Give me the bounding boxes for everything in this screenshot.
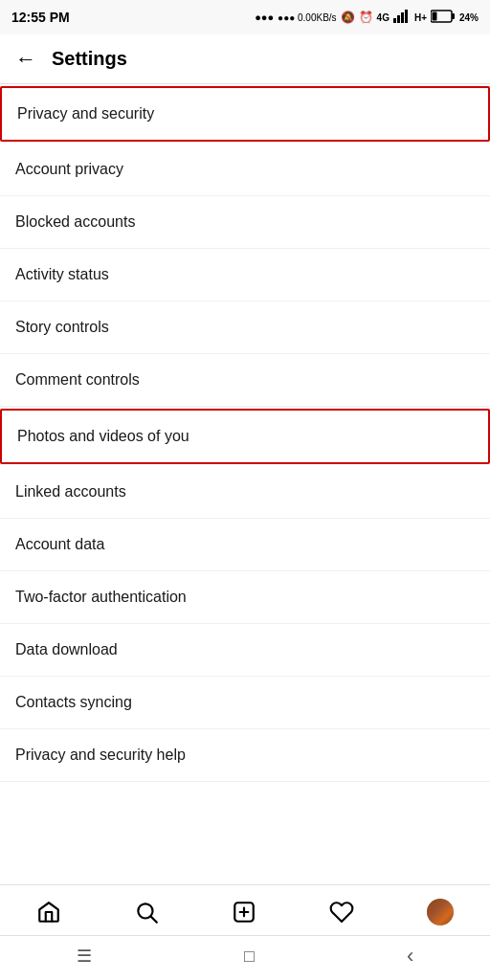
app-header: ← Settings [0,34,490,84]
svg-rect-3 [405,10,408,23]
signal-strength [393,10,411,25]
menu-item-account-data[interactable]: Account data [0,519,490,571]
android-menu-btn[interactable]: ☰ [61,942,107,970]
nav-icons-row [0,885,490,935]
menu-item-privacy-and-security[interactable]: Privacy and security [0,86,490,142]
mute-icon: 🔕 [341,11,355,24]
menu-item-two-factor-auth[interactable]: Two-factor authentication [0,571,490,624]
menu-item-data-download[interactable]: Data download [0,624,490,677]
menu-item-story-controls[interactable]: Story controls [0,301,490,354]
status-time: 12:55 PM [11,10,70,25]
page-title: Settings [52,48,127,70]
svg-rect-2 [401,12,404,23]
android-nav-bar: ☰ □ ‹ [0,935,490,980]
menu-item-contacts-syncing[interactable]: Contacts syncing [0,677,490,729]
nav-heart[interactable] [322,896,362,928]
svg-rect-0 [393,18,396,23]
svg-rect-1 [397,15,400,23]
menu-item-comment-controls[interactable]: Comment controls [0,354,490,407]
bottom-navigation: ☰ □ ‹ [0,884,490,980]
battery-icon [431,10,456,25]
data-speed: ●●● 0.00KB/s [278,12,336,23]
svg-rect-6 [432,12,436,21]
svg-line-8 [151,917,157,923]
back-button[interactable]: ← [15,47,36,72]
nav-add[interactable] [224,896,264,928]
nav-search[interactable] [126,896,167,928]
status-bar: 12:55 PM ●●● ●●● 0.00KB/s 🔕 ⏰ 4G H+ 24% [0,0,490,34]
hp-indicator: H+ [414,12,427,23]
menu-item-privacy-help[interactable]: Privacy and security help [0,729,490,782]
svg-rect-5 [452,13,455,19]
network-4g: 4G [377,12,390,23]
android-back-btn[interactable]: ‹ [391,940,429,972]
status-icons: ●●● ●●● 0.00KB/s 🔕 ⏰ 4G H+ 24% [255,10,479,25]
nav-profile[interactable] [419,895,461,929]
menu-item-blocked-accounts[interactable]: Blocked accounts [0,196,490,249]
menu-item-photos-and-videos[interactable]: Photos and videos of you [0,409,490,464]
battery-percent: 24% [459,12,479,23]
settings-menu-list: Privacy and securityAccount privacyBlock… [0,86,490,782]
signal-dots: ●●● [255,11,274,23]
menu-item-linked-accounts[interactable]: Linked accounts [0,466,490,519]
alarm-icon: ⏰ [359,11,373,24]
menu-item-account-privacy[interactable]: Account privacy [0,144,490,196]
android-home-btn[interactable]: □ [229,943,270,970]
nav-home[interactable] [29,896,69,928]
menu-item-activity-status[interactable]: Activity status [0,249,490,301]
